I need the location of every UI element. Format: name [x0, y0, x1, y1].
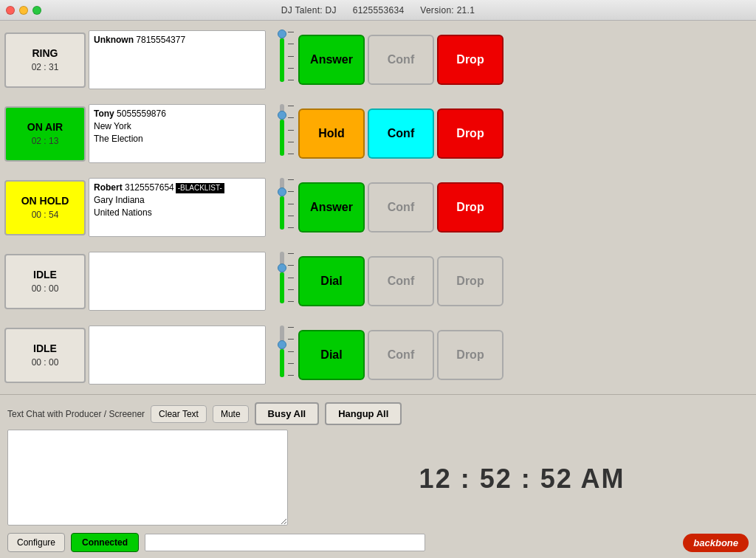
connected-button: Connected — [71, 533, 139, 552]
volume-slider-5[interactable] — [269, 326, 295, 385]
call-row-4: IDLE 00 : 00 — [4, 245, 752, 317]
busy-all-button[interactable]: Busy All — [255, 402, 320, 425]
main-content: RING 02 : 31 Unknown 7815554377 — [0, 21, 756, 558]
volume-slider-2[interactable] — [269, 104, 295, 163]
status-time-2: 02 : 13 — [32, 136, 59, 146]
minimize-icon[interactable] — [19, 6, 28, 15]
call-row-3: ON HOLD 00 : 54 Robert 3125557654-BLACKL… — [4, 171, 752, 244]
message-input[interactable] — [145, 534, 425, 551]
action-button-1[interactable]: Answer — [298, 35, 365, 85]
hangup-all-button[interactable]: Hangup All — [325, 402, 402, 425]
chat-label: Text Chat with Producer / Screener — [7, 409, 145, 419]
drop-button-1[interactable]: Drop — [437, 35, 504, 85]
caller-info-4 — [89, 252, 266, 311]
mute-button[interactable]: Mute — [213, 405, 249, 423]
conf-button-4[interactable]: Conf — [368, 256, 434, 306]
conf-button-3[interactable]: Conf — [368, 182, 434, 232]
bottom-status-row: Configure Connected backbone — [7, 533, 749, 552]
status-time-4: 00 : 00 — [32, 283, 59, 294]
action-button-3[interactable]: Answer — [298, 182, 365, 232]
caller-info-2: Tony 5055559876 New York The Election — [89, 104, 266, 163]
drop-button-4[interactable]: Drop — [437, 256, 504, 306]
caller-info-5 — [89, 326, 266, 385]
close-icon[interactable] — [6, 6, 15, 15]
configure-button[interactable]: Configure — [7, 533, 65, 552]
caller-name-number-3: Robert 3125557654-BLACKLIST- — [94, 182, 261, 194]
caller-line3-2: The Election — [94, 133, 261, 145]
caller-name-number-1: Unknown 7815554377 — [94, 34, 261, 46]
status-button-3[interactable]: ON HOLD 00 : 54 — [4, 180, 86, 235]
volume-slider-1[interactable] — [269, 30, 295, 89]
status-time-5: 00 : 00 — [32, 357, 59, 368]
status-time-1: 02 : 31 — [32, 62, 59, 72]
conf-button-2[interactable]: Conf — [368, 108, 434, 159]
bottom-controls-row: Text Chat with Producer / Screener Clear… — [7, 402, 749, 425]
caller-line3-3: United Nations — [94, 207, 261, 219]
status-button-2[interactable]: ON AIR 02 : 13 — [4, 106, 86, 162]
calls-area: RING 02 : 31 Unknown 7815554377 — [0, 21, 756, 393]
bottom-panel: Text Chat with Producer / Screener Clear… — [0, 396, 756, 558]
action-button-4[interactable]: Dial — [298, 256, 365, 306]
caller-name-number-2: Tony 5055559876 — [94, 108, 261, 120]
caller-line2-3: Gary Indiana — [94, 194, 261, 207]
backbone-logo: backbone — [683, 534, 749, 552]
status-time-3: 00 : 54 — [32, 210, 59, 220]
status-label-1: RING — [32, 47, 58, 59]
status-label-2: ON AIR — [27, 121, 63, 133]
status-label-4: IDLE — [33, 269, 57, 280]
call-row-2: ON AIR 02 : 13 Tony 5055559876 New York … — [4, 97, 752, 170]
status-label-5: IDLE — [33, 342, 57, 354]
maximize-icon[interactable] — [32, 6, 41, 15]
titlebar: DJ Talent: DJ 6125553634 Version: 21.1 — [0, 0, 756, 21]
status-label-3: ON HOLD — [21, 195, 69, 207]
caller-info-3: Robert 3125557654-BLACKLIST- Gary Indian… — [89, 178, 266, 237]
conf-button-5[interactable]: Conf — [368, 330, 434, 380]
volume-slider-3[interactable] — [269, 178, 295, 237]
clear-text-button[interactable]: Clear Text — [151, 405, 207, 423]
call-row-1: RING 02 : 31 Unknown 7815554377 — [4, 24, 752, 96]
divider — [0, 394, 756, 395]
window-title: DJ Talent: DJ 6125553634 Version: 21.1 — [281, 5, 475, 16]
volume-slider-4[interactable] — [269, 252, 295, 311]
drop-button-2[interactable]: Drop — [437, 108, 504, 159]
conf-button-1[interactable]: Conf — [368, 35, 434, 85]
caller-line2-2: New York — [94, 120, 261, 133]
chat-clock-row: 12 : 52 : 52 AM — [7, 430, 749, 528]
action-button-5[interactable]: Dial — [298, 330, 365, 380]
caller-info-1: Unknown 7815554377 — [89, 30, 266, 89]
status-button-4[interactable]: IDLE 00 : 00 — [4, 254, 86, 309]
drop-button-5[interactable]: Drop — [437, 330, 504, 380]
window-controls — [6, 6, 41, 15]
blacklist-badge-3: -BLACKLIST- — [176, 183, 224, 193]
clock-display: 12 : 52 : 52 AM — [419, 464, 625, 495]
status-button-1[interactable]: RING 02 : 31 — [4, 32, 86, 88]
status-button-5[interactable]: IDLE 00 : 00 — [4, 328, 86, 383]
drop-button-3[interactable]: Drop — [437, 182, 504, 232]
chat-textarea[interactable] — [7, 430, 288, 526]
clock-area: 12 : 52 : 52 AM — [295, 430, 749, 528]
action-button-2[interactable]: Hold — [298, 108, 365, 159]
call-row-5: IDLE 00 : 00 — [4, 319, 752, 391]
